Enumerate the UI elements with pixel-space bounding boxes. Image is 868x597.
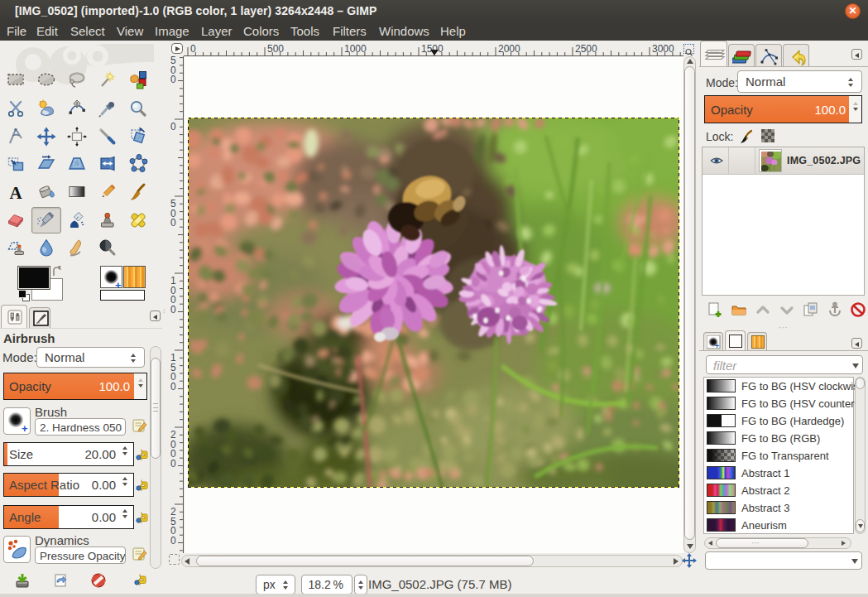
svg-text:2500: 2500 [575,43,597,55]
svg-text:1000: 1000 [344,43,367,55]
svg-text:0: 0 [170,121,176,132]
svg-text:+: + [715,342,719,349]
svg-text:1500: 1500 [421,43,444,55]
svg-text:0: 0 [170,535,176,546]
svg-text:0: 0 [170,381,176,392]
svg-text:A: A [9,183,22,203]
svg-text:0: 0 [170,304,176,315]
svg-text:0: 0 [170,217,176,229]
svg-text:3000: 3000 [652,43,674,55]
svg-text:0: 0 [170,458,176,469]
svg-text:2000: 2000 [498,43,520,55]
svg-text:0: 0 [190,43,196,55]
svg-text:500: 500 [267,43,284,55]
svg-text:0: 0 [170,74,176,85]
